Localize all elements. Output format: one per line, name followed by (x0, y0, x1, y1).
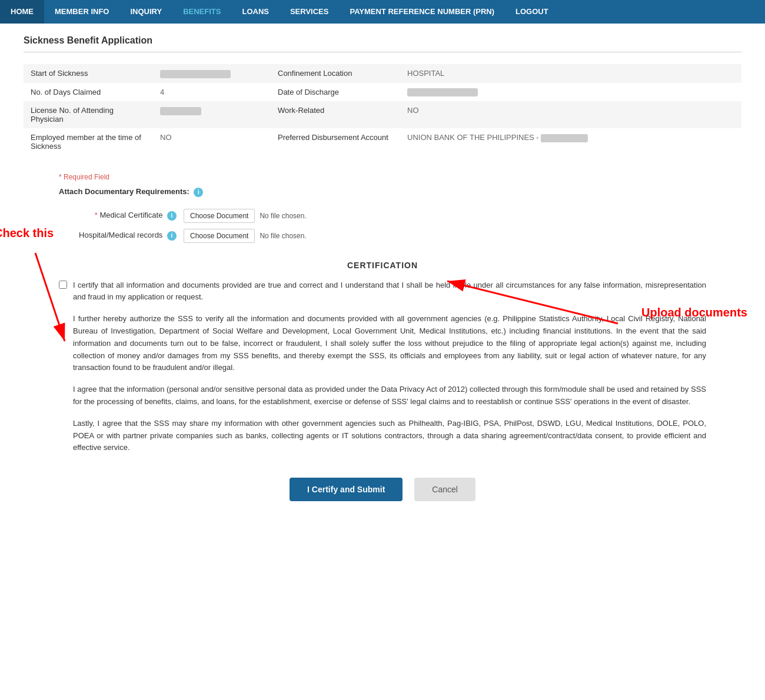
table-row: License No. of Attending Physician Work-… (24, 101, 741, 128)
label-date-discharge: Date of Discharge (271, 83, 400, 102)
attach-label: Attach Documentary Requirements: i (59, 187, 741, 197)
value-date-discharge (400, 83, 741, 102)
file-chosen-2: No file chosen. (260, 232, 306, 240)
value-disbursement: UNION BANK OF THE PHILIPPINES - (400, 128, 741, 155)
required-star: * (95, 211, 98, 219)
value-work-related: NO (400, 101, 741, 128)
value-confinement-location: HOSPITAL (400, 64, 741, 83)
annotation-upload-docs: Upload documents (641, 306, 747, 319)
value-employed-member: NO (153, 128, 271, 155)
nav-member-info[interactable]: MEMBER INFO (44, 0, 119, 24)
attach-info-icon[interactable]: i (194, 188, 203, 197)
medical-cert-row: * Medical Certificate i Choose Document … (59, 209, 741, 223)
info-table: Start of Sickness Confinement Location H… (24, 64, 741, 155)
file-chosen-1: No file chosen. (260, 212, 306, 220)
label-start-of-sickness: Start of Sickness (24, 64, 153, 83)
value-license-no (153, 101, 271, 128)
label-disbursement: Preferred Disbursement Account (271, 128, 400, 155)
certification-title: CERTIFICATION (59, 261, 706, 270)
label-license-no: License No. of Attending Physician (24, 101, 153, 128)
certification-para2: I agree that the information (personal a… (73, 384, 706, 408)
nav-logout[interactable]: LOGOUT (505, 0, 559, 24)
page-title: Sickness Benefit Application (24, 35, 741, 52)
certification-para3: Lastly, I agree that the SSS may share m… (73, 418, 706, 454)
nav-loans[interactable]: LOANS (231, 0, 280, 24)
certification-checkbox-row: I certify that all information and docum… (59, 279, 706, 304)
choose-document-button-2[interactable]: Choose Document (184, 229, 255, 243)
nav-prn[interactable]: PAYMENT REFERENCE NUMBER (PRN) (339, 0, 505, 24)
certification-section: CERTIFICATION I certify that all informa… (59, 261, 706, 455)
cancel-button[interactable]: Cancel (414, 478, 475, 501)
nav-services[interactable]: SERVICES (280, 0, 340, 24)
hospital-records-label: Hospital/Medical records i (59, 231, 177, 241)
required-label: * Required Field (59, 173, 741, 181)
certification-para1: I further hereby authorize the SSS to ve… (73, 313, 706, 374)
nav-inquiry[interactable]: INQUIRY (119, 0, 172, 24)
button-row: I Certify and Submit Cancel (24, 478, 741, 501)
certify-submit-button[interactable]: I Certify and Submit (290, 478, 403, 501)
label-employed-member: Employed member at the time of Sickness (24, 128, 153, 155)
medical-cert-label: * Medical Certificate i (59, 211, 177, 221)
label-work-related: Work-Related (271, 101, 400, 128)
certification-checkbox-text: I certify that all information and docum… (73, 279, 706, 304)
medical-cert-info-icon[interactable]: i (167, 211, 177, 221)
hospital-records-row: Hospital/Medical records i Choose Docume… (59, 229, 741, 243)
certification-checkbox[interactable] (59, 281, 67, 289)
table-row: Employed member at the time of Sickness … (24, 128, 741, 155)
value-days-claimed: 4 (153, 83, 271, 102)
required-section: * Required Field Attach Documentary Requ… (59, 173, 741, 197)
navigation: HOME MEMBER INFO INQUIRY BENEFITS LOANS … (0, 0, 765, 24)
hospital-records-info-icon[interactable]: i (167, 231, 177, 241)
table-row: No. of Days Claimed 4 Date of Discharge (24, 83, 741, 102)
value-start-of-sickness (153, 64, 271, 83)
choose-document-button-1[interactable]: Choose Document (184, 209, 255, 223)
label-days-claimed: No. of Days Claimed (24, 83, 153, 102)
nav-benefits[interactable]: BENEFITS (172, 0, 231, 24)
nav-home[interactable]: HOME (0, 0, 44, 24)
label-confinement-location: Confinement Location (271, 64, 400, 83)
annotation-check-this: Check this (0, 226, 54, 240)
table-row: Start of Sickness Confinement Location H… (24, 64, 741, 83)
